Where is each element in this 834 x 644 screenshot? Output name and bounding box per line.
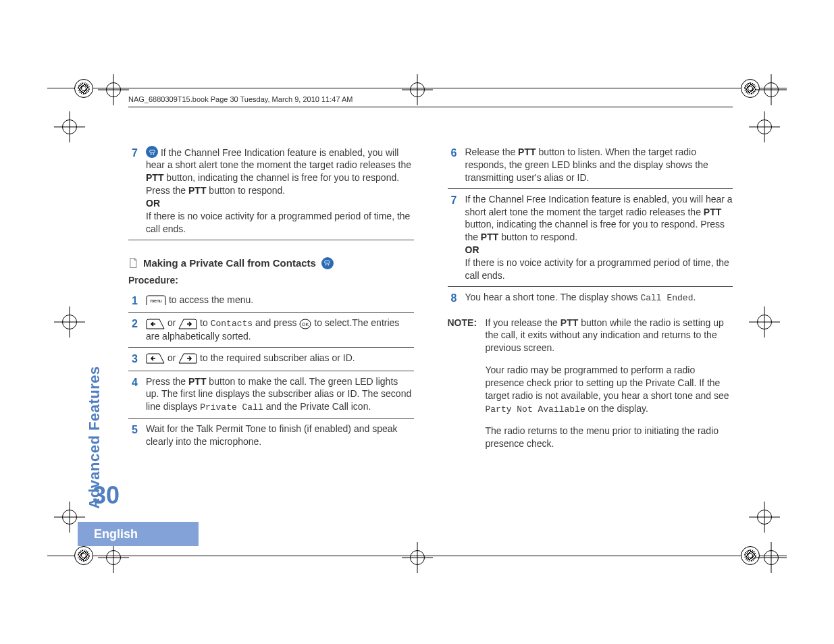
t: If there is no voice activity for a prog… [465, 257, 733, 282]
step-text: You hear a short tone. The display shows… [465, 291, 733, 306]
language-label: English [94, 526, 138, 542]
step-number: 5 [128, 423, 138, 448]
step-number: 2 [128, 317, 138, 342]
step-4: 4 Press the PTT button to make the call.… [128, 371, 414, 419]
crosshair-icon [749, 502, 780, 533]
t: button to respond. [206, 185, 285, 196]
t: to access the menu. [166, 294, 253, 305]
crosshair-icon [402, 74, 433, 105]
step-number: 3 [128, 352, 138, 367]
register-wheel-icon [74, 546, 93, 565]
t: The radio returns to the menu prior to i… [486, 425, 733, 450]
t: to the required subscriber alias or ID. [197, 352, 355, 363]
t: If you release the [486, 317, 561, 328]
t: Press the [146, 376, 188, 387]
crosshair-icon [54, 111, 85, 142]
note-label: NOTE: [448, 317, 480, 460]
svg-text:menu: menu [150, 298, 162, 303]
ptt-label: PTT [481, 232, 498, 242]
t: If there is no voice activity for a prog… [146, 210, 414, 236]
step-number: 8 [448, 291, 457, 306]
svg-point-4 [325, 265, 327, 266]
header-text: NAG_6880309T15.book Page 30 Tuesday, Mar… [128, 95, 353, 105]
crosshair-icon [98, 74, 129, 105]
note-body: If you release the PTT button while the … [486, 317, 733, 460]
menu-key-icon: menu [146, 295, 166, 306]
svg-point-2 [153, 153, 154, 155]
step-number: 7 [448, 193, 457, 282]
ptt-label: PTT [188, 185, 206, 196]
step-8: 8 You hear a short tone. The display sho… [448, 287, 733, 310]
right-key-icon [178, 353, 197, 364]
contacts-label: Contacts [211, 319, 253, 329]
svg-point-1 [150, 153, 151, 155]
column-left: 7 If the Channel Free Indication feature… [128, 142, 414, 529]
t: on the display. [585, 403, 648, 414]
step-number: 6 [448, 146, 457, 184]
t: Your radio may be programmed to perform … [486, 365, 729, 401]
or-label: OR [146, 198, 160, 209]
ptt-label: PTT [518, 146, 536, 157]
ptt-label: PTT [188, 376, 206, 387]
register-wheel-icon [74, 79, 93, 98]
crosshair-icon [402, 542, 433, 573]
page-number: 30 [93, 479, 120, 512]
language-box: English [78, 522, 199, 546]
procedure-label: Procedure: [128, 274, 414, 287]
crosshair-icon [749, 306, 780, 338]
header-rule [128, 107, 733, 107]
step-7b: 7 If the Channel Free Indication feature… [448, 189, 733, 287]
step-text: If the Channel Free Indication feature i… [465, 193, 733, 282]
t: and the Private Call icon. [263, 401, 371, 412]
crosshair-icon [98, 542, 129, 573]
ptt-label: PTT [704, 207, 721, 217]
svg-rect-0 [149, 150, 154, 153]
svg-rect-3 [325, 261, 330, 264]
step-7: 7 If the Channel Free Indication feature… [128, 142, 414, 240]
t: or [165, 352, 178, 363]
manual-icon [128, 257, 138, 269]
ok-key-icon: OK [299, 319, 311, 329]
step-text: Wait for the Talk Permit Tone to finish … [146, 423, 414, 448]
page: NAG_6880309T15.book Page 30 Tuesday, Mar… [0, 0, 834, 644]
crosshair-icon [756, 74, 787, 105]
call-ended-label: Call Ended [640, 293, 693, 303]
display-model-icon [321, 257, 334, 269]
ptt-label: PTT [561, 317, 578, 328]
step-1: 1 menu to access the menu. [128, 290, 414, 313]
t: If the Channel Free Indication feature i… [465, 194, 733, 217]
display-model-icon [146, 146, 158, 158]
t: Release the [465, 146, 519, 157]
svg-text:OK: OK [302, 322, 309, 327]
crosshair-icon [54, 306, 85, 338]
crosshair-icon [749, 111, 780, 142]
step-text: Release the PTT button to listen. When t… [465, 146, 733, 184]
left-key-icon [146, 319, 165, 329]
step-text: menu to access the menu. [146, 294, 414, 308]
step-text: Press the PTT button to make the call. T… [146, 375, 414, 414]
step-number: 4 [128, 375, 138, 414]
section-title: Making a Private Call from Contacts [143, 257, 316, 270]
step-number: 7 [128, 146, 138, 236]
t: If the Channel Free Indication feature i… [146, 147, 411, 171]
or-label: OR [465, 244, 479, 255]
section-heading: Making a Private Call from Contacts [128, 257, 414, 270]
step-6: 6 Release the PTT button to listen. When… [448, 142, 733, 189]
private-call-label: Private Call [200, 402, 263, 412]
t: and press [253, 317, 299, 328]
left-key-icon [146, 353, 165, 364]
step-3: 3 or to the required subscriber alias or… [128, 348, 414, 371]
note-block: NOTE: If you release the PTT button whil… [448, 317, 733, 460]
t: or [165, 317, 178, 328]
content-area: 7 If the Channel Free Indication feature… [128, 142, 733, 529]
column-right: 6 Release the PTT button to listen. When… [448, 142, 733, 529]
t: to [197, 317, 210, 328]
t: . [693, 292, 696, 302]
step-2: 2 or to Contacts and press OK to select.… [128, 313, 414, 347]
t: You hear a short tone. The display shows [465, 292, 641, 302]
crosshair-icon [756, 542, 787, 573]
step-number: 1 [128, 294, 138, 308]
right-key-icon [178, 319, 197, 329]
step-text: or to Contacts and press OK to select.Th… [146, 317, 414, 342]
ptt-label: PTT [146, 172, 163, 183]
